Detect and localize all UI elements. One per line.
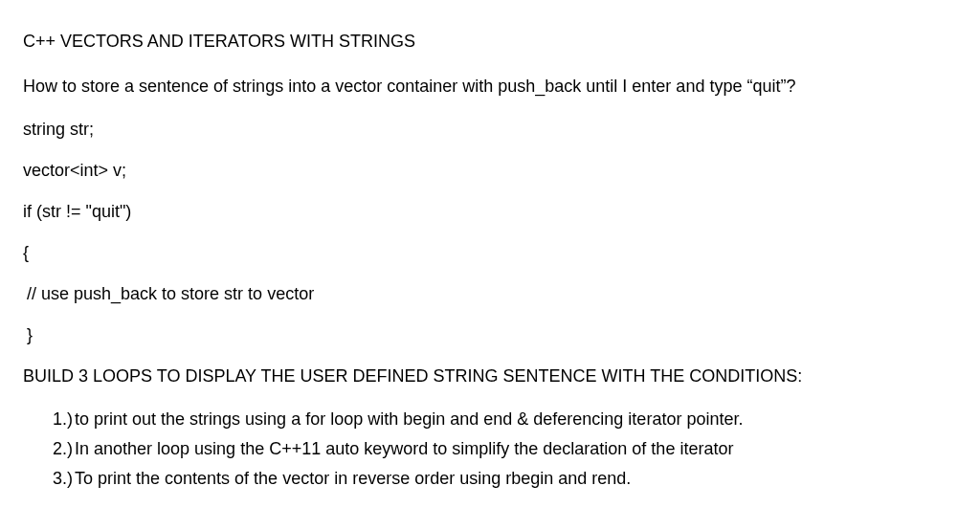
code-line-3: if (str != "quit") [23,199,957,225]
code-line-2: vector<int> v; [23,158,957,184]
list-item: to print out the strings using a for loo… [75,407,957,431]
document-title: C++ VECTORS AND ITERATORS WITH STRINGS [23,29,957,55]
list-item: To print the contents of the vector in r… [75,466,957,491]
conditions-list: to print out the strings using a for loo… [23,407,957,491]
section-header: BUILD 3 LOOPS TO DISPLAY THE USER DEFINE… [23,364,957,389]
code-line-1: string str; [23,117,957,143]
list-item: In another loop using the C++11 auto key… [75,436,957,461]
code-line-5: // use push_back to store str to vector [23,281,957,307]
code-line-4: { [23,240,957,266]
intro-paragraph: How to store a sentence of strings into … [23,74,957,99]
code-line-6: } [23,322,957,348]
